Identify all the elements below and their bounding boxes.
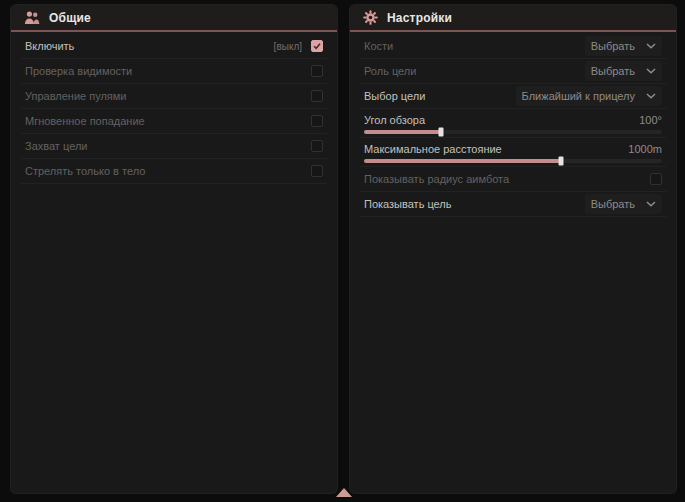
settings-row: Включить[выкл] <box>21 34 327 59</box>
slider-fill <box>364 130 441 134</box>
panel-settings-header: Настройки <box>350 5 676 32</box>
checkmark-icon <box>312 41 322 51</box>
panel-general-rows: Включить[выкл]Проверка видимостиУправлен… <box>11 32 337 184</box>
dropdown[interactable]: Выбрать <box>585 36 662 56</box>
slider-fill <box>364 159 561 163</box>
settings-row: КостиВыбрать <box>360 34 666 59</box>
row-label: Максимальное расстояние <box>364 143 628 155</box>
checkbox[interactable] <box>311 165 323 177</box>
slider[interactable] <box>364 159 662 163</box>
checkbox[interactable] <box>311 65 323 77</box>
checkbox[interactable] <box>650 173 662 185</box>
row-label: Показывать цель <box>364 198 585 210</box>
checkbox[interactable] <box>311 40 323 52</box>
settings-row: Показывать радиус аимбота <box>360 167 666 192</box>
row-label: Выбор цели <box>364 90 516 102</box>
dropdown[interactable]: Ближайший к прицелу <box>516 86 662 106</box>
slider[interactable] <box>364 130 662 134</box>
dropdown[interactable]: Выбрать <box>585 61 662 81</box>
settings-row: Роль целиВыбрать <box>360 59 666 84</box>
checkbox[interactable] <box>311 90 323 102</box>
panel-general: Общие Включить[выкл]Проверка видимостиУп… <box>10 4 338 494</box>
row-label: Показывать радиус аимбота <box>364 173 650 185</box>
row-label: Угол обзора <box>364 114 639 126</box>
row-label: Кости <box>364 40 585 52</box>
panel-settings: Настройки КостиВыбратьРоль целиВыбратьВы… <box>349 4 677 494</box>
row-label: Роль цели <box>364 65 585 77</box>
settings-row: Управление пулями <box>21 84 327 109</box>
dropdown-value: Выбрать <box>591 198 635 210</box>
row-label: Стрелять только в тело <box>25 165 311 177</box>
panel-title: Общие <box>49 11 91 25</box>
row-label: Мгновенное попадание <box>25 115 311 127</box>
chevron-down-icon <box>646 201 656 207</box>
row-label: Включить <box>25 40 274 52</box>
settings-row: Захват цели <box>21 134 327 159</box>
panel-general-header: Общие <box>11 5 337 32</box>
slider-row-top: Угол обзора100° <box>364 114 662 126</box>
chevron-down-icon <box>646 93 656 99</box>
checkbox[interactable] <box>311 140 323 152</box>
settings-row: Показывать цельВыбрать <box>360 192 666 217</box>
chevron-down-icon <box>646 43 656 49</box>
row-label: Управление пулями <box>25 90 311 102</box>
dropdown-value: Выбрать <box>591 65 635 77</box>
settings-row: Выбор целиБлижайший к прицелу <box>360 84 666 109</box>
slider-value: 1000m <box>628 143 662 155</box>
dropdown-value: Выбрать <box>591 40 635 52</box>
slider-row-top: Максимальное расстояние1000m <box>364 143 662 155</box>
slider-handle[interactable] <box>439 128 444 137</box>
panel-title: Настройки <box>387 11 452 25</box>
panel-settings-rows: КостиВыбратьРоль целиВыбратьВыбор целиБл… <box>350 32 676 217</box>
dropdown[interactable]: Выбрать <box>585 194 662 214</box>
settings-row: Максимальное расстояние1000m <box>360 138 666 167</box>
keybind-hint: [выкл] <box>274 41 302 52</box>
row-label: Захват цели <box>25 140 311 152</box>
gear-icon <box>363 10 378 25</box>
slider-handle[interactable] <box>558 157 563 166</box>
settings-row: Угол обзора100° <box>360 109 666 138</box>
chevron-down-icon <box>646 68 656 74</box>
settings-row: Мгновенное попадание <box>21 109 327 134</box>
settings-row: Стрелять только в тело <box>21 159 327 184</box>
dropdown-value: Ближайший к прицелу <box>522 90 635 102</box>
settings-row: Проверка видимости <box>21 59 327 84</box>
checkbox[interactable] <box>311 115 323 127</box>
users-icon <box>24 11 40 25</box>
chevron-up-icon[interactable] <box>336 488 352 497</box>
slider-value: 100° <box>639 114 662 126</box>
row-label: Проверка видимости <box>25 65 311 77</box>
